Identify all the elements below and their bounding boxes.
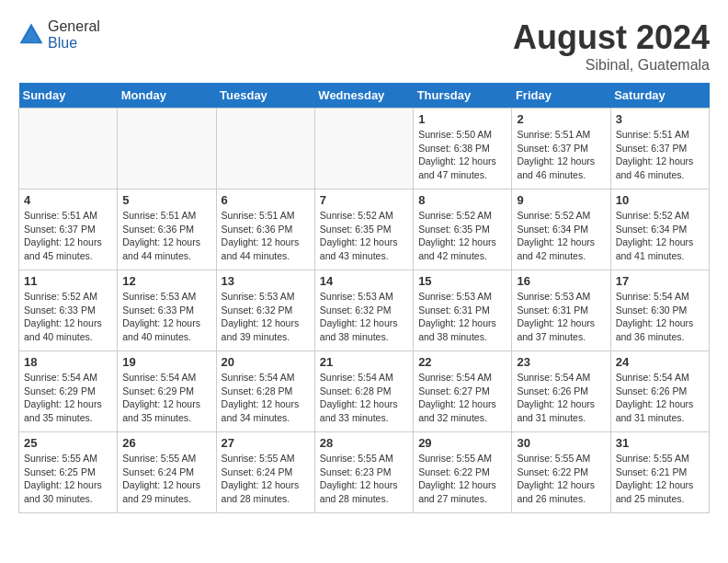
day-info: Sunrise: 5:54 AM Sunset: 6:26 PM Dayligh… xyxy=(616,371,704,425)
day-info: Sunrise: 5:54 AM Sunset: 6:30 PM Dayligh… xyxy=(616,290,704,344)
calendar-cell: 22Sunrise: 5:54 AM Sunset: 6:27 PM Dayli… xyxy=(414,351,512,432)
day-number: 10 xyxy=(616,193,704,207)
calendar-cell: 13Sunrise: 5:53 AM Sunset: 6:32 PM Dayli… xyxy=(216,270,314,351)
day-number: 7 xyxy=(320,193,408,207)
calendar-cell: 15Sunrise: 5:53 AM Sunset: 6:31 PM Dayli… xyxy=(414,270,512,351)
calendar-cell: 19Sunrise: 5:54 AM Sunset: 6:29 PM Dayli… xyxy=(118,351,216,432)
day-number: 5 xyxy=(122,193,210,207)
calendar-cell: 16Sunrise: 5:53 AM Sunset: 6:31 PM Dayli… xyxy=(512,270,610,351)
calendar-cell: 27Sunrise: 5:55 AM Sunset: 6:24 PM Dayli… xyxy=(216,432,314,513)
title-block: August 2024 Sibinal, Guatemala xyxy=(513,18,710,74)
day-info: Sunrise: 5:55 AM Sunset: 6:22 PM Dayligh… xyxy=(418,452,506,506)
day-info: Sunrise: 5:55 AM Sunset: 6:23 PM Dayligh… xyxy=(320,452,408,506)
day-info: Sunrise: 5:51 AM Sunset: 6:37 PM Dayligh… xyxy=(517,128,605,182)
day-number: 13 xyxy=(222,274,310,288)
weekday-header-tuesday: Tuesday xyxy=(216,83,314,109)
day-number: 29 xyxy=(418,436,506,450)
day-info: Sunrise: 5:55 AM Sunset: 6:24 PM Dayligh… xyxy=(122,452,210,506)
weekday-header-monday: Monday xyxy=(118,83,216,109)
weekday-header-saturday: Saturday xyxy=(610,83,709,109)
day-info: Sunrise: 5:52 AM Sunset: 6:34 PM Dayligh… xyxy=(517,209,605,263)
day-info: Sunrise: 5:52 AM Sunset: 6:35 PM Dayligh… xyxy=(418,209,506,263)
week-row-3: 11Sunrise: 5:52 AM Sunset: 6:33 PM Dayli… xyxy=(19,270,710,351)
calendar-cell: 6Sunrise: 5:51 AM Sunset: 6:36 PM Daylig… xyxy=(216,190,314,270)
day-info: Sunrise: 5:53 AM Sunset: 6:33 PM Dayligh… xyxy=(122,290,210,344)
day-info: Sunrise: 5:53 AM Sunset: 6:31 PM Dayligh… xyxy=(418,290,506,344)
week-row-2: 4Sunrise: 5:51 AM Sunset: 6:37 PM Daylig… xyxy=(19,190,710,270)
day-info: Sunrise: 5:50 AM Sunset: 6:38 PM Dayligh… xyxy=(418,128,506,182)
day-info: Sunrise: 5:55 AM Sunset: 6:25 PM Dayligh… xyxy=(24,452,112,506)
calendar-cell: 25Sunrise: 5:55 AM Sunset: 6:25 PM Dayli… xyxy=(19,432,118,513)
calendar-cell: 18Sunrise: 5:54 AM Sunset: 6:29 PM Dayli… xyxy=(19,351,118,432)
day-number: 17 xyxy=(616,274,704,288)
calendar-cell: 29Sunrise: 5:55 AM Sunset: 6:22 PM Dayli… xyxy=(414,432,512,513)
weekday-header-row: SundayMondayTuesdayWednesdayThursdayFrid… xyxy=(19,83,710,109)
calendar-cell: 17Sunrise: 5:54 AM Sunset: 6:30 PM Dayli… xyxy=(610,270,709,351)
calendar-table: SundayMondayTuesdayWednesdayThursdayFrid… xyxy=(18,83,710,513)
day-info: Sunrise: 5:51 AM Sunset: 6:36 PM Dayligh… xyxy=(122,209,210,263)
day-number: 19 xyxy=(122,355,210,369)
logo-icon xyxy=(18,22,44,48)
calendar-cell: 7Sunrise: 5:52 AM Sunset: 6:35 PM Daylig… xyxy=(314,190,413,270)
day-info: Sunrise: 5:52 AM Sunset: 6:34 PM Dayligh… xyxy=(616,209,704,263)
day-number: 31 xyxy=(616,436,704,450)
calendar-cell: 28Sunrise: 5:55 AM Sunset: 6:23 PM Dayli… xyxy=(314,432,413,513)
calendar-cell: 10Sunrise: 5:52 AM Sunset: 6:34 PM Dayli… xyxy=(610,190,709,270)
day-info: Sunrise: 5:52 AM Sunset: 6:33 PM Dayligh… xyxy=(24,290,112,344)
day-number: 20 xyxy=(222,355,310,369)
calendar-cell: 31Sunrise: 5:55 AM Sunset: 6:21 PM Dayli… xyxy=(610,432,709,513)
week-row-4: 18Sunrise: 5:54 AM Sunset: 6:29 PM Dayli… xyxy=(19,351,710,432)
day-number: 27 xyxy=(222,436,310,450)
week-row-5: 25Sunrise: 5:55 AM Sunset: 6:25 PM Dayli… xyxy=(19,432,710,513)
day-number: 11 xyxy=(24,274,112,288)
logo-blue-text: Blue xyxy=(48,35,77,51)
day-number: 9 xyxy=(517,193,605,207)
calendar-cell xyxy=(19,109,118,190)
calendar-cell xyxy=(216,109,314,190)
day-info: Sunrise: 5:51 AM Sunset: 6:37 PM Dayligh… xyxy=(616,128,704,182)
calendar-cell: 3Sunrise: 5:51 AM Sunset: 6:37 PM Daylig… xyxy=(610,109,709,190)
day-info: Sunrise: 5:54 AM Sunset: 6:28 PM Dayligh… xyxy=(320,371,408,425)
day-info: Sunrise: 5:53 AM Sunset: 6:32 PM Dayligh… xyxy=(320,290,408,344)
day-number: 24 xyxy=(616,355,704,369)
day-number: 14 xyxy=(320,274,408,288)
calendar-cell: 11Sunrise: 5:52 AM Sunset: 6:33 PM Dayli… xyxy=(19,270,118,351)
logo-general-text: General xyxy=(48,18,100,34)
month-year: August 2024 xyxy=(513,18,710,57)
day-number: 6 xyxy=(222,193,310,207)
week-row-1: 1Sunrise: 5:50 AM Sunset: 6:38 PM Daylig… xyxy=(19,109,710,190)
day-number: 23 xyxy=(517,355,605,369)
weekday-header-sunday: Sunday xyxy=(19,83,118,109)
calendar-cell xyxy=(118,109,216,190)
day-info: Sunrise: 5:54 AM Sunset: 6:26 PM Dayligh… xyxy=(517,371,605,425)
page-header: General Blue August 2024 Sibinal, Guatem… xyxy=(18,18,710,74)
day-info: Sunrise: 5:53 AM Sunset: 6:31 PM Dayligh… xyxy=(517,290,605,344)
calendar-cell xyxy=(314,109,413,190)
day-info: Sunrise: 5:54 AM Sunset: 6:29 PM Dayligh… xyxy=(122,371,210,425)
calendar-cell: 23Sunrise: 5:54 AM Sunset: 6:26 PM Dayli… xyxy=(512,351,610,432)
calendar-cell: 26Sunrise: 5:55 AM Sunset: 6:24 PM Dayli… xyxy=(118,432,216,513)
day-number: 28 xyxy=(320,436,408,450)
day-info: Sunrise: 5:55 AM Sunset: 6:24 PM Dayligh… xyxy=(222,452,310,506)
day-info: Sunrise: 5:53 AM Sunset: 6:32 PM Dayligh… xyxy=(222,290,310,344)
calendar-cell: 4Sunrise: 5:51 AM Sunset: 6:37 PM Daylig… xyxy=(19,190,118,270)
day-info: Sunrise: 5:54 AM Sunset: 6:29 PM Dayligh… xyxy=(24,371,112,425)
day-number: 12 xyxy=(122,274,210,288)
day-info: Sunrise: 5:52 AM Sunset: 6:35 PM Dayligh… xyxy=(320,209,408,263)
day-number: 8 xyxy=(418,193,506,207)
calendar-cell: 8Sunrise: 5:52 AM Sunset: 6:35 PM Daylig… xyxy=(414,190,512,270)
location: Sibinal, Guatemala xyxy=(513,57,710,74)
weekday-header-friday: Friday xyxy=(512,83,610,109)
calendar-cell: 5Sunrise: 5:51 AM Sunset: 6:36 PM Daylig… xyxy=(118,190,216,270)
day-info: Sunrise: 5:55 AM Sunset: 6:21 PM Dayligh… xyxy=(616,452,704,506)
calendar-cell: 14Sunrise: 5:53 AM Sunset: 6:32 PM Dayli… xyxy=(314,270,413,351)
day-info: Sunrise: 5:54 AM Sunset: 6:28 PM Dayligh… xyxy=(222,371,310,425)
day-info: Sunrise: 5:54 AM Sunset: 6:27 PM Dayligh… xyxy=(418,371,506,425)
calendar-cell: 20Sunrise: 5:54 AM Sunset: 6:28 PM Dayli… xyxy=(216,351,314,432)
calendar-cell: 21Sunrise: 5:54 AM Sunset: 6:28 PM Dayli… xyxy=(314,351,413,432)
day-number: 4 xyxy=(24,193,112,207)
day-number: 26 xyxy=(122,436,210,450)
day-number: 1 xyxy=(418,112,506,126)
calendar-cell: 24Sunrise: 5:54 AM Sunset: 6:26 PM Dayli… xyxy=(610,351,709,432)
calendar-cell: 12Sunrise: 5:53 AM Sunset: 6:33 PM Dayli… xyxy=(118,270,216,351)
